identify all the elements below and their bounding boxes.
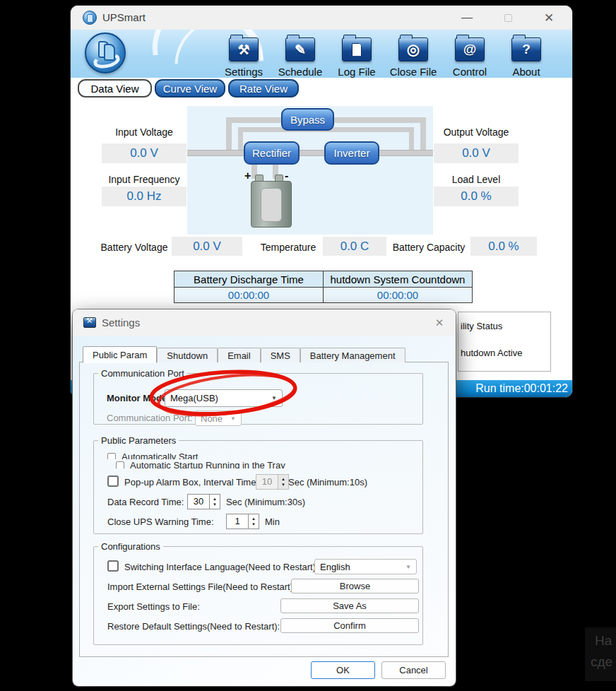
settings-dialog-icon	[83, 317, 96, 328]
public-parameters-legend: Public Parameters	[98, 435, 179, 446]
import-settings-label: Import External Settings File(Need to Re…	[107, 581, 296, 592]
countdown-table: Battery Discharge Time hutdown System Co…	[174, 271, 473, 303]
switch-language-label: Switching Interface Language(Need to Res…	[124, 562, 316, 572]
runtime-text: Run time:00:01:22	[475, 382, 568, 395]
toolbar-label: Settings	[225, 66, 263, 78]
tab-battery-management[interactable]: Battery Management	[300, 348, 405, 362]
output-voltage-value: 0.0 V	[434, 143, 519, 163]
toolbar-button-control[interactable]: @ Control	[442, 34, 498, 78]
monitor-mode-dropdown[interactable]: Mega(USB) ▼	[165, 389, 283, 407]
tab-sms[interactable]: SMS	[261, 348, 300, 362]
tab-shutdown[interactable]: Shutdown	[157, 348, 218, 362]
popup-interval-value: 10	[256, 475, 278, 489]
auto-start-checkbox-row[interactable]: Automatically Start	[107, 451, 404, 459]
language-value: English	[320, 562, 350, 572]
battery-voltage-value: 0.0 V	[172, 237, 242, 256]
bypass-node: Bypass	[281, 108, 334, 131]
window-title: UPSmart	[102, 11, 146, 23]
monitor-mode-value: Mega(USB)	[170, 393, 218, 403]
switch-language-checkbox[interactable]	[107, 560, 119, 572]
status-panel: ility Status hutdown Active	[458, 312, 551, 372]
ups-warning-value: 1	[227, 514, 248, 528]
pipe-main-line	[187, 150, 433, 156]
checkbox-icon	[116, 461, 124, 468]
discharge-time-header: Battery Discharge Time	[174, 271, 324, 288]
main-toolbar: ⚒ Settings ✎ Schedule Log File ◎ Close F…	[71, 30, 572, 78]
save-as-button[interactable]: Save As	[280, 598, 419, 613]
settings-hammer-icon: ⚒	[229, 37, 259, 61]
auto-tray-checkbox-row[interactable]: Automatic Startup Running in the Tray	[116, 460, 413, 468]
dialog-titlebar: Settings ✕	[73, 309, 456, 336]
toolbar-button-closefile[interactable]: ◎ Close File	[385, 34, 442, 78]
settings-tab-strip: Public Param Shutdown Email SMS Battery …	[83, 346, 405, 362]
input-voltage-value: 0.0 V	[102, 143, 186, 163]
shutdown-countdown-value: 00:00:00	[324, 288, 473, 303]
chevron-down-icon: ▼	[230, 415, 236, 422]
tab-data-view[interactable]: Data View	[78, 79, 152, 98]
data-record-spinner[interactable]: 30 ▲▼	[187, 494, 220, 509]
language-dropdown[interactable]: English ▼	[314, 559, 417, 574]
popup-alarm-label: Pop-up Alarm Box, Interval Time:	[124, 477, 259, 488]
browse-button[interactable]: Browse	[291, 579, 419, 593]
settings-dialog: Settings ✕ Public Param Shutdown Email S…	[73, 309, 456, 686]
close-button[interactable]: ✕	[533, 6, 564, 30]
data-record-value: 30	[188, 495, 209, 509]
log-file-document-icon	[342, 37, 372, 61]
dialog-close-icon[interactable]: ✕	[430, 314, 449, 332]
toolbar-button-schedule[interactable]: ✎ Schedule	[272, 34, 328, 78]
cancel-button[interactable]: Cancel	[381, 661, 446, 679]
tab-email[interactable]: Email	[218, 348, 261, 362]
popup-interval-spinner[interactable]: 10 ▲▼	[256, 474, 289, 490]
tab-rate-view[interactable]: Rate View	[228, 79, 299, 98]
toolbar-button-settings[interactable]: ⚒ Settings	[215, 34, 272, 78]
output-voltage-label: Output Voltage	[434, 126, 519, 138]
popup-alarm-checkbox[interactable]	[107, 476, 119, 487]
toolbar-label: Log File	[338, 66, 375, 78]
confirm-button[interactable]: Confirm	[280, 618, 419, 633]
utility-status-text: ility Status	[461, 321, 502, 331]
restore-defaults-label: Restore Default Settings(Need to Restart…	[107, 621, 280, 632]
spinner-down-icon[interactable]: ▼	[281, 482, 285, 488]
maximize-button[interactable]	[492, 6, 523, 30]
communication-port-dropdown[interactable]: None ▼	[195, 411, 242, 426]
shutdown-active-text: hutdown Active	[461, 348, 522, 358]
toolbar-label: About	[512, 66, 540, 78]
checkbox-icon	[107, 453, 116, 459]
data-record-label: Data Record Time:	[107, 497, 184, 507]
toolbar-label: Control	[453, 66, 487, 78]
question-glyph: ?	[522, 42, 531, 57]
input-frequency-value: 0.0 Hz	[102, 187, 186, 206]
tab-public-param[interactable]: Public Param	[83, 346, 157, 363]
load-level-value: 0.0 %	[434, 187, 519, 206]
tab-curve-view[interactable]: Curve View	[155, 79, 225, 98]
spinner-down-icon[interactable]: ▼	[251, 521, 256, 527]
spinner-down-icon[interactable]: ▼	[213, 502, 217, 507]
spinner-up-icon[interactable]: ▲	[281, 476, 285, 482]
background-text-line2: сде	[591, 654, 612, 670]
toolbar-button-logfile[interactable]: Log File	[328, 34, 385, 78]
data-record-suffix: Sec (Minimum:30s)	[226, 497, 305, 507]
export-settings-label: Export Settings to File:	[107, 601, 200, 612]
battery-icon	[251, 181, 292, 228]
ok-button[interactable]: OK	[311, 661, 375, 679]
toolbar-button-about[interactable]: ? About	[498, 34, 555, 78]
spinner-up-icon[interactable]: ▲	[213, 496, 217, 502]
minimize-button[interactable]: —	[451, 6, 482, 30]
toolbar-label: Schedule	[278, 66, 323, 78]
communication-port-label: Communication Port:	[107, 413, 192, 423]
upsmart-logo-icon	[83, 11, 97, 25]
input-voltage-label: Input Voltage	[102, 126, 186, 138]
battery-inner-panel	[261, 188, 282, 222]
inverter-node: Inverter	[324, 141, 379, 165]
ups-warning-spinner[interactable]: 1 ▲▼	[226, 514, 259, 529]
configurations-legend: Configurations	[98, 541, 163, 552]
maximize-icon	[504, 14, 512, 22]
page-shape	[352, 43, 362, 57]
load-level-label: Load Level	[434, 174, 519, 185]
spinner-up-icon[interactable]: ▲	[251, 516, 256, 521]
background-text-line1: На	[595, 633, 612, 649]
about-question-icon: ?	[511, 37, 541, 61]
chevron-down-icon: ▼	[271, 395, 277, 401]
ups-warning-suffix: Min	[265, 516, 280, 527]
temperature-value: 0.0 C	[323, 237, 386, 256]
